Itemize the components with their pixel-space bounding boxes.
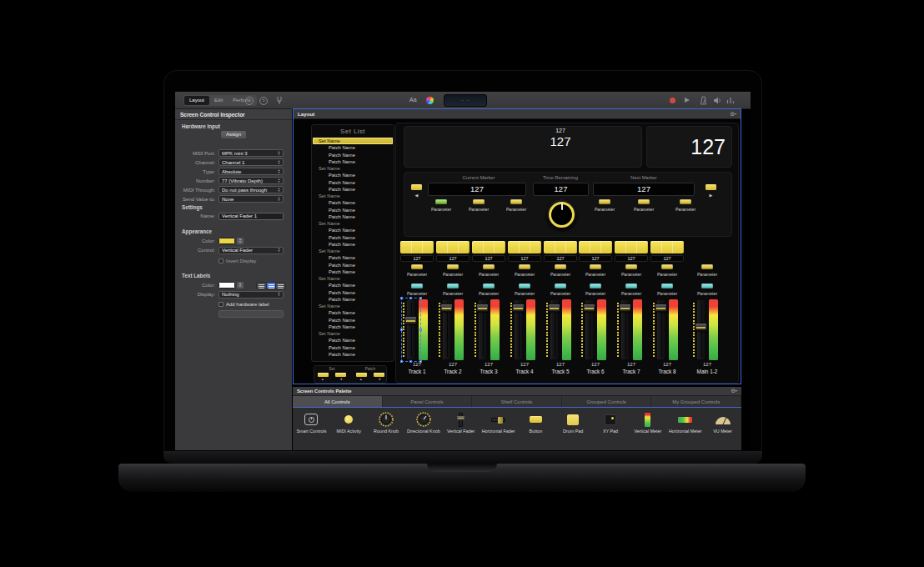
- big-value-display[interactable]: 127: [646, 126, 732, 168]
- hardware-label-field[interactable]: [218, 310, 284, 318]
- patch-row[interactable]: Patch Name: [312, 186, 394, 193]
- palette-tab[interactable]: Panel Controls: [383, 396, 473, 407]
- add-hardware-label-checkbox[interactable]: [218, 302, 223, 307]
- time-remaining-display[interactable]: 127: [533, 183, 589, 196]
- palette-tab[interactable]: All Controls: [293, 396, 383, 407]
- channel-dropdown[interactable]: Channel 1▲▼: [218, 158, 284, 166]
- parameter-led-button[interactable]: [638, 199, 650, 204]
- parameter-led-button[interactable]: [680, 199, 691, 204]
- drum-pad[interactable]: [508, 241, 541, 253]
- mode-tab-layout[interactable]: Layout: [184, 96, 209, 105]
- drum-pad[interactable]: [544, 241, 577, 253]
- next-marker-button[interactable]: [706, 184, 716, 190]
- drum-pad[interactable]: [436, 241, 470, 253]
- patch-row[interactable]: Patch Name: [312, 268, 394, 275]
- patch-row[interactable]: Patch Name: [312, 262, 394, 268]
- patch-row[interactable]: Patch Name: [312, 158, 394, 165]
- current-marker-display[interactable]: 127: [428, 183, 526, 196]
- drum-pad[interactable]: [472, 241, 505, 253]
- fader-cap[interactable]: [512, 304, 525, 312]
- patch-row[interactable]: Patch Name: [312, 227, 394, 233]
- parameter-led-button[interactable]: [590, 284, 601, 289]
- assign-button[interactable]: Assign: [221, 131, 246, 138]
- palette-item[interactable]: Horizontal Fader: [480, 410, 517, 449]
- palette-item[interactable]: Directional Knob: [404, 410, 442, 449]
- drum-pad[interactable]: [615, 241, 648, 253]
- text-color-swatch[interactable]: [218, 282, 235, 289]
- parameter-led-button[interactable]: [599, 199, 610, 204]
- parameter-led-button[interactable]: [701, 284, 713, 289]
- patch-row[interactable]: Patch Name: [312, 317, 394, 324]
- next-marker-display[interactable]: 127: [593, 183, 695, 196]
- master-level-icon[interactable]: [726, 96, 735, 105]
- patch-row[interactable]: Patch Name: [312, 254, 394, 261]
- palette-item[interactable]: Horizontal Meter: [666, 410, 704, 449]
- palette-tab[interactable]: My Grouped Controls: [651, 396, 741, 407]
- align-center-button[interactable]: [266, 283, 276, 289]
- set-row[interactable]: Set Name: [313, 138, 393, 144]
- patch-row[interactable]: Patch Name: [312, 207, 394, 213]
- next-arrow-icon[interactable]: ▶: [706, 193, 716, 198]
- set-row[interactable]: Set Name: [312, 165, 394, 172]
- patch-row[interactable]: Patch Name: [312, 309, 394, 316]
- drum-pad[interactable]: [579, 241, 612, 253]
- round-knob-control[interactable]: [546, 199, 577, 230]
- patch-row[interactable]: Patch Name: [312, 351, 394, 358]
- workspace-actions-gear-icon[interactable]: ⚙▾: [730, 110, 736, 118]
- patch-row[interactable]: Patch Name: [312, 234, 394, 241]
- color-swatch[interactable]: [218, 238, 235, 244]
- fader-cap[interactable]: [655, 304, 667, 312]
- parameter-led-button[interactable]: [447, 264, 459, 269]
- palette-item[interactable]: XY Pad: [592, 410, 630, 449]
- patch-row[interactable]: Patch Name: [312, 296, 394, 303]
- parameter-led-button[interactable]: [510, 199, 522, 204]
- drum-pad[interactable]: [650, 241, 684, 253]
- align-left-button[interactable]: [257, 283, 266, 289]
- set-row[interactable]: Set Name: [312, 275, 394, 282]
- patch-row[interactable]: Patch Name: [312, 152, 394, 158]
- parameter-led-button[interactable]: [625, 264, 637, 269]
- color-wheel-icon[interactable]: [426, 97, 434, 104]
- patch-row[interactable]: Patch Name: [312, 213, 394, 220]
- color-stepper-icon[interactable]: ▲▼: [237, 282, 244, 289]
- fader-cap[interactable]: [548, 304, 560, 312]
- text-style-icon[interactable]: Aa: [409, 97, 417, 103]
- parameter-led-button[interactable]: [701, 264, 713, 269]
- set-next-button[interactable]: [335, 373, 346, 377]
- patch-row[interactable]: Patch Name: [312, 344, 394, 351]
- parameter-led-button[interactable]: [519, 284, 530, 289]
- drum-pad[interactable]: [400, 241, 434, 253]
- midi-through-dropdown[interactable]: Do not pass through▲▼: [218, 186, 284, 193]
- patch-row[interactable]: Patch Name: [312, 179, 394, 186]
- set-row[interactable]: Set Name: [312, 303, 394, 309]
- palette-item[interactable]: Button: [517, 410, 555, 449]
- lcd-display[interactable]: – –: [444, 94, 487, 107]
- speaker-icon[interactable]: [713, 96, 721, 105]
- palette-item[interactable]: MIDI Activity: [330, 410, 368, 449]
- number-dropdown[interactable]: 77 (Vibrato Depth)▲▼: [218, 177, 284, 184]
- patch-row[interactable]: Patch Name: [312, 337, 394, 344]
- palette-item[interactable]: Vertical Meter: [629, 410, 666, 449]
- mode-tab-edit[interactable]: Edit: [209, 96, 228, 105]
- patch-row[interactable]: Patch Name: [312, 241, 394, 248]
- parameter-led-button[interactable]: [447, 284, 459, 289]
- fader-cap[interactable]: [583, 304, 595, 312]
- name-field[interactable]: Vertical Fader 1: [218, 213, 284, 220]
- midi-port-dropdown[interactable]: MPK mini 3▲▼: [218, 149, 284, 157]
- palette-item[interactable]: Round Knob: [368, 410, 405, 449]
- tuner-icon[interactable]: [275, 96, 284, 105]
- patch-row[interactable]: Patch Name: [312, 324, 394, 330]
- patch-row[interactable]: Patch Name: [312, 144, 394, 151]
- parameter-led-button[interactable]: [590, 264, 601, 269]
- control-dropdown[interactable]: Vertical Fader▲▼: [218, 247, 284, 254]
- patch-row[interactable]: Patch Name: [312, 199, 394, 206]
- align-right-button[interactable]: [275, 283, 285, 289]
- parameter-led-button[interactable]: [435, 199, 447, 204]
- metronome-icon[interactable]: [700, 96, 707, 105]
- fader-cap[interactable]: [440, 304, 453, 312]
- set-row[interactable]: Set Name: [312, 220, 394, 227]
- palette-item[interactable]: Smart Controls: [293, 410, 330, 449]
- patch-next-button[interactable]: [374, 373, 384, 377]
- color-stepper-icon[interactable]: ▲▼: [237, 238, 244, 244]
- parameter-led-button[interactable]: [483, 264, 495, 269]
